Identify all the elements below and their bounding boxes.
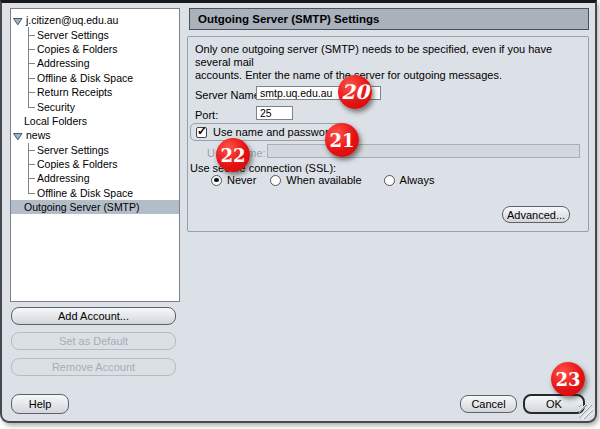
tree-item-label: Return Receipts (35, 86, 112, 98)
remove-account-button[interactable]: Remove Account (11, 358, 176, 376)
tree-item-label: Server Settings (35, 144, 109, 156)
port-input[interactable] (256, 106, 293, 120)
radio-icon[interactable] (384, 175, 395, 186)
server-name-label: Server Name: (195, 89, 263, 101)
tree-connector (28, 42, 35, 56)
annotation-badge-22: 22 (216, 138, 250, 172)
annotation-badge-23: 23 (551, 362, 585, 396)
advanced-button[interactable]: Advanced... (502, 206, 570, 223)
checkbox-icon[interactable]: ✓ (196, 127, 207, 138)
tree-item[interactable]: Return Receipts (11, 85, 179, 99)
tree-item[interactable]: Addressing (11, 171, 179, 185)
annotation-badge-21: 21 (325, 123, 359, 157)
annotation-badge-20: 20 (338, 75, 372, 109)
radio-label: When available (286, 174, 361, 186)
tree-item[interactable]: Security (11, 99, 179, 113)
help-button[interactable]: Help (11, 394, 69, 414)
tree-item-label: Copies & Folders (35, 43, 118, 55)
tree-connector (28, 186, 35, 200)
tree-item-label: Offline & Disk Space (35, 187, 133, 199)
port-label: Port: (195, 109, 218, 121)
tree-item-label: Offline & Disk Space (35, 72, 133, 84)
tree-item[interactable]: news (11, 128, 179, 142)
use-name-password-label: Use name and password (213, 126, 335, 138)
ssl-radio-group: NeverWhen availableAlways (211, 174, 434, 186)
user-name-input[interactable] (267, 144, 580, 158)
panel-title-bar: Outgoing Server (SMTP) Settings (189, 8, 589, 30)
ssl-radio-always[interactable]: Always (384, 174, 435, 186)
tree-connector (28, 56, 35, 70)
radio-label: Always (400, 174, 435, 186)
tree-connector (28, 157, 35, 171)
tree-item-label: Addressing (35, 172, 90, 184)
page-title: Outgoing Server (SMTP) Settings (198, 13, 379, 25)
tree-connector (28, 27, 35, 41)
tree-item[interactable]: Offline & Disk Space (11, 186, 179, 200)
ssl-radio-when-available[interactable]: When available (270, 174, 361, 186)
tree-item[interactable]: Local Folders (11, 114, 179, 128)
radio-icon[interactable] (270, 175, 281, 186)
tree-item[interactable]: Server Settings (11, 143, 179, 157)
tree-item[interactable]: Addressing (11, 56, 179, 70)
tree-item-label: Security (35, 101, 75, 113)
tree-item-label: j.citizen@uq.edu.au (26, 14, 118, 26)
ok-button[interactable]: OK (523, 394, 585, 414)
tree-item[interactable]: Server Settings (11, 27, 179, 41)
radio-label: Never (227, 174, 256, 186)
tree-item-label: Server Settings (35, 29, 109, 41)
tree-connector (28, 85, 35, 99)
tree-item-label: Outgoing Server (SMTP) (11, 201, 140, 213)
tree-item-label: news (26, 129, 51, 141)
checkmark-icon: ✓ (197, 124, 207, 138)
tree-item[interactable]: j.citizen@uq.edu.au (11, 13, 179, 27)
tree-connector (28, 171, 35, 185)
tree-item-label: Copies & Folders (35, 158, 118, 170)
resize-grip-icon[interactable] (579, 405, 593, 419)
twisty-expanded-icon[interactable] (13, 131, 23, 140)
tree-item-label: Local Folders (11, 115, 87, 127)
tree-item-label: Addressing (35, 57, 90, 69)
accounts-tree[interactable]: j.citizen@uq.edu.auServer SettingsCopies… (10, 8, 180, 302)
ssl-label: Use secure connection (SSL): (190, 162, 336, 174)
tree-item[interactable]: Copies & Folders (11, 157, 179, 171)
use-name-password-checkbox[interactable]: ✓ Use name and password (190, 123, 344, 141)
radio-icon[interactable] (211, 175, 222, 186)
cancel-button[interactable]: Cancel (460, 395, 517, 413)
tree-item[interactable]: Copies & Folders (11, 42, 179, 56)
twisty-expanded-icon[interactable] (13, 16, 23, 25)
ssl-radio-never[interactable]: Never (211, 174, 256, 186)
tree-item[interactable]: Offline & Disk Space (11, 71, 179, 85)
add-account-button[interactable]: Add Account... (11, 307, 176, 325)
screenshot-stage: j.citizen@uq.edu.auServer SettingsCopies… (0, 0, 600, 429)
tree-connector (28, 143, 35, 157)
panel-description: Only one outgoing server (SMTP) needs to… (195, 43, 589, 82)
tree-connector (28, 71, 35, 85)
account-settings-dialog: j.citizen@uq.edu.auServer SettingsCopies… (0, 0, 597, 423)
tree-item[interactable]: Outgoing Server (SMTP) (11, 200, 179, 214)
tree-connector (28, 99, 35, 113)
set-as-default-button[interactable]: Set as Default (11, 332, 176, 350)
